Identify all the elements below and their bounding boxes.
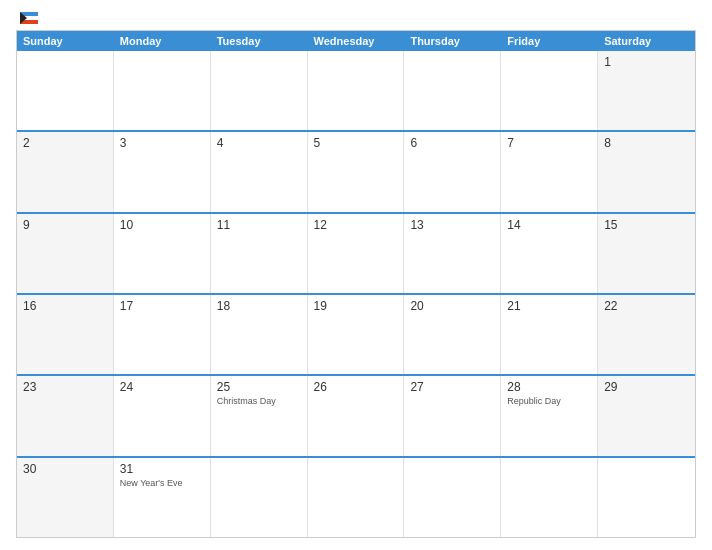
day-cell: 25Christmas Day [211,376,308,455]
day-number: 29 [604,380,689,394]
day-number: 25 [217,380,301,394]
day-cell: 16 [17,295,114,374]
day-cell [211,51,308,130]
day-number: 7 [507,136,591,150]
day-number: 1 [604,55,689,69]
day-cell [501,51,598,130]
day-number: 26 [314,380,398,394]
holiday-label: New Year's Eve [120,478,204,489]
day-cell: 26 [308,376,405,455]
day-cell: 12 [308,214,405,293]
day-number: 19 [314,299,398,313]
day-number: 12 [314,218,398,232]
day-cell: 17 [114,295,211,374]
day-cell: 2 [17,132,114,211]
day-cell: 30 [17,458,114,537]
calendar: SundayMondayTuesdayWednesdayThursdayFrid… [16,30,696,538]
day-cell: 21 [501,295,598,374]
day-cell [501,458,598,537]
week-row-0: 1 [17,51,695,130]
day-cell [404,51,501,130]
day-cell: 18 [211,295,308,374]
holiday-label: Christmas Day [217,396,301,407]
day-cell: 19 [308,295,405,374]
day-number: 20 [410,299,494,313]
day-cell [17,51,114,130]
day-cell: 27 [404,376,501,455]
day-cell: 5 [308,132,405,211]
day-cell: 10 [114,214,211,293]
day-number: 28 [507,380,591,394]
day-header-monday: Monday [114,31,211,51]
day-number: 18 [217,299,301,313]
day-cell: 13 [404,214,501,293]
day-header-sunday: Sunday [17,31,114,51]
day-number: 10 [120,218,204,232]
day-number: 4 [217,136,301,150]
day-header-wednesday: Wednesday [308,31,405,51]
day-cell [598,458,695,537]
day-cell: 28Republic Day [501,376,598,455]
day-header-thursday: Thursday [404,31,501,51]
day-number: 31 [120,462,204,476]
week-row-1: 2345678 [17,130,695,211]
day-cell: 14 [501,214,598,293]
week-row-2: 9101112131415 [17,212,695,293]
weeks-container: 1234567891011121314151617181920212223242… [17,51,695,537]
day-number: 14 [507,218,591,232]
day-cell: 31New Year's Eve [114,458,211,537]
day-number: 9 [23,218,107,232]
day-cell [404,458,501,537]
week-row-3: 16171819202122 [17,293,695,374]
holiday-label: Republic Day [507,396,591,407]
day-header-saturday: Saturday [598,31,695,51]
day-cell: 7 [501,132,598,211]
day-number: 24 [120,380,204,394]
day-cell: 9 [17,214,114,293]
day-number: 2 [23,136,107,150]
day-cell: 4 [211,132,308,211]
logo-flag-icon [20,12,38,24]
day-number: 11 [217,218,301,232]
day-cell: 1 [598,51,695,130]
day-cell [211,458,308,537]
day-number: 5 [314,136,398,150]
header [16,12,696,24]
logo [16,12,38,24]
day-number: 16 [23,299,107,313]
day-number: 15 [604,218,689,232]
day-cell: 23 [17,376,114,455]
day-number: 23 [23,380,107,394]
day-number: 22 [604,299,689,313]
day-number: 8 [604,136,689,150]
day-number: 21 [507,299,591,313]
day-cell: 6 [404,132,501,211]
day-cell: 20 [404,295,501,374]
day-cell [114,51,211,130]
day-number: 13 [410,218,494,232]
day-cell [308,458,405,537]
day-header-tuesday: Tuesday [211,31,308,51]
week-row-4: 232425Christmas Day262728Republic Day29 [17,374,695,455]
day-number: 6 [410,136,494,150]
day-cell: 3 [114,132,211,211]
day-number: 30 [23,462,107,476]
day-number: 3 [120,136,204,150]
day-header-friday: Friday [501,31,598,51]
calendar-page: SundayMondayTuesdayWednesdayThursdayFrid… [0,0,712,550]
week-row-5: 3031New Year's Eve [17,456,695,537]
day-cell: 24 [114,376,211,455]
day-cell: 22 [598,295,695,374]
day-headers-row: SundayMondayTuesdayWednesdayThursdayFrid… [17,31,695,51]
day-cell [308,51,405,130]
day-cell: 29 [598,376,695,455]
day-cell: 8 [598,132,695,211]
day-number: 17 [120,299,204,313]
day-number: 27 [410,380,494,394]
day-cell: 15 [598,214,695,293]
day-cell: 11 [211,214,308,293]
